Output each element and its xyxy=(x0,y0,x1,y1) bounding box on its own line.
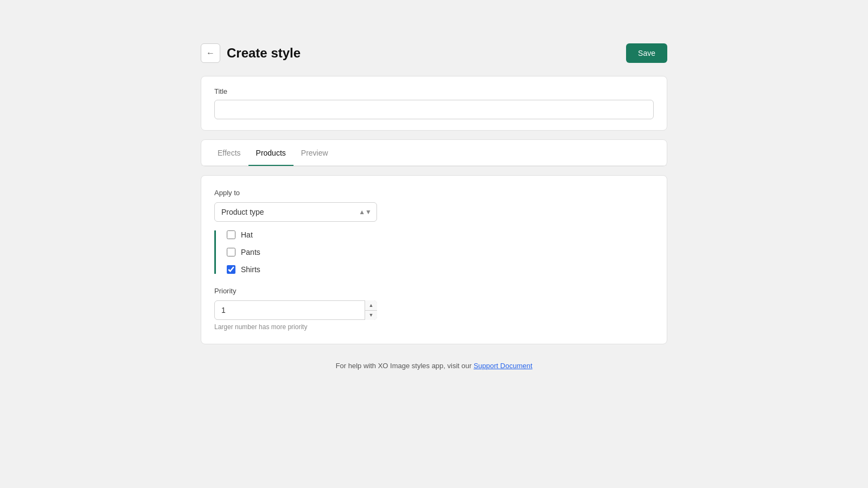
tab-preview[interactable]: Preview xyxy=(293,140,336,166)
apply-to-select[interactable]: Product type All products Specific produ… xyxy=(214,202,377,222)
tabs-row: Effects Products Preview xyxy=(201,140,667,166)
title-input[interactable] xyxy=(214,100,654,119)
save-button[interactable]: Save xyxy=(626,43,667,63)
priority-decrement-button[interactable]: ▼ xyxy=(365,311,377,320)
page-container: ← Create style Save Title Effects Produc… xyxy=(201,43,667,445)
checkbox-item-pants[interactable]: Pants xyxy=(227,248,654,256)
main-content-card: Apply to Product type All products Speci… xyxy=(201,175,667,344)
checkbox-hat[interactable] xyxy=(227,230,235,239)
tab-products[interactable]: Products xyxy=(248,140,293,166)
priority-hint: Larger number has more priority xyxy=(214,323,654,331)
support-document-link[interactable]: Support Document xyxy=(474,362,532,370)
back-arrow-icon: ← xyxy=(206,48,215,58)
footer-text: For help with XO Image styles app, visit… xyxy=(336,362,474,370)
tab-effects[interactable]: Effects xyxy=(210,140,248,166)
checkbox-list: Hat Pants Shirts xyxy=(214,230,654,274)
checkbox-item-shirts[interactable]: Shirts xyxy=(227,265,654,274)
priority-label: Priority xyxy=(214,287,654,295)
title-label: Title xyxy=(214,87,654,95)
priority-section: Priority ▲ ▼ Larger number has more prio… xyxy=(214,287,654,331)
header-left: ← Create style xyxy=(201,43,301,63)
apply-to-section: Apply to Product type All products Speci… xyxy=(214,189,654,274)
priority-input-wrapper: ▲ ▼ xyxy=(214,300,377,320)
checkbox-pants-label: Pants xyxy=(241,248,260,256)
apply-to-select-wrapper: Product type All products Specific produ… xyxy=(214,202,377,222)
checkbox-item-hat[interactable]: Hat xyxy=(227,230,654,239)
header-row: ← Create style Save xyxy=(201,43,667,63)
priority-spinner: ▲ ▼ xyxy=(365,300,377,320)
back-button[interactable]: ← xyxy=(201,43,220,63)
checkbox-pants[interactable] xyxy=(227,248,235,256)
priority-input[interactable] xyxy=(214,300,377,320)
checkbox-shirts[interactable] xyxy=(227,265,235,274)
page-title: Create style xyxy=(227,46,301,61)
apply-to-label: Apply to xyxy=(214,189,654,197)
footer: For help with XO Image styles app, visit… xyxy=(201,362,667,370)
priority-increment-button[interactable]: ▲ xyxy=(365,300,377,311)
checkbox-hat-label: Hat xyxy=(241,230,253,239)
tabs-card: Effects Products Preview xyxy=(201,139,667,166)
checkbox-shirts-label: Shirts xyxy=(241,265,260,274)
title-card: Title xyxy=(201,76,667,131)
